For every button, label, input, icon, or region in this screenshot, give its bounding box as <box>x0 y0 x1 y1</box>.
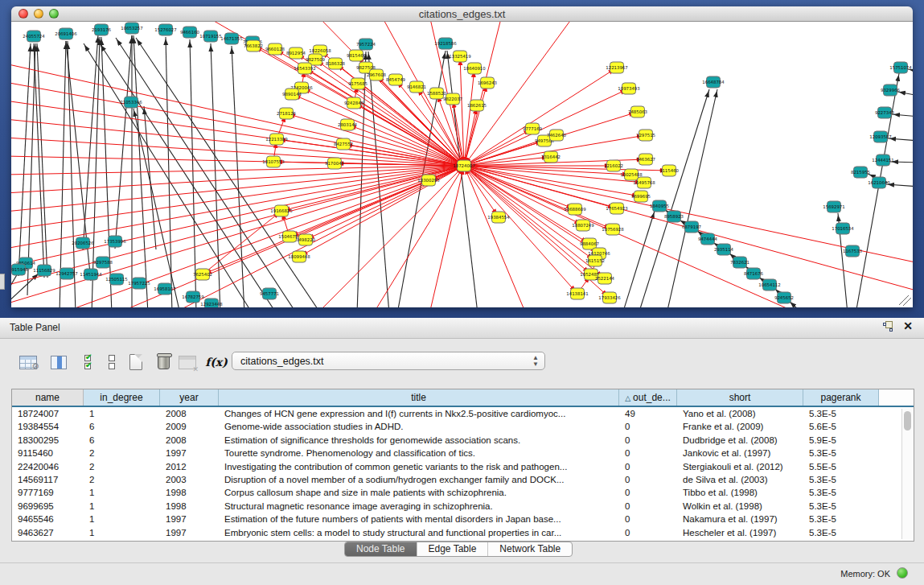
graph-node[interactable] <box>846 245 860 257</box>
table-row[interactable]: 977716911998Corpus callosum shape and si… <box>12 486 914 499</box>
graph-node[interactable] <box>685 221 699 233</box>
canvas-resize-grip[interactable] <box>899 295 911 306</box>
memory-status-indicator[interactable] <box>897 567 908 579</box>
select-columns-button[interactable] <box>47 349 71 375</box>
table-options-button[interactable]: ⚙ <box>16 349 40 375</box>
graph-node[interactable] <box>328 158 342 169</box>
graph-node[interactable] <box>27 31 41 42</box>
float-panel-icon[interactable] <box>883 321 893 332</box>
table-row[interactable]: 946362711997Embryonic stem cells: a mode… <box>12 526 914 539</box>
graph-node[interactable] <box>884 84 897 96</box>
graph-node[interactable] <box>347 97 361 109</box>
graph-node[interactable] <box>470 100 484 111</box>
graph-node[interactable] <box>610 203 624 214</box>
graph-node[interactable] <box>577 220 590 231</box>
graph-node[interactable] <box>298 63 312 74</box>
graph-node[interactable] <box>544 151 558 163</box>
graph-node[interactable] <box>569 204 582 215</box>
column-header-pagerank[interactable]: pagerank <box>803 389 879 406</box>
graph-node[interactable] <box>205 299 219 307</box>
graph-node[interactable] <box>110 274 124 285</box>
graph-node[interactable] <box>606 224 620 235</box>
graph-node[interactable] <box>707 76 721 88</box>
graph-node[interactable] <box>225 33 239 44</box>
graph-node[interactable] <box>526 123 540 134</box>
graph-node[interactable] <box>638 177 651 188</box>
graph-node[interactable] <box>283 231 297 242</box>
scrollbar-thumb[interactable] <box>904 411 911 431</box>
table-scrollbar[interactable] <box>901 409 912 539</box>
panel-divider-handle[interactable] <box>0 274 5 290</box>
graph-node[interactable] <box>280 108 294 119</box>
tab-network-table[interactable]: Network Table <box>488 542 572 556</box>
graph-node[interactable] <box>439 38 453 49</box>
column-header-out_de[interactable]: △out_de... <box>619 389 677 406</box>
graph-node[interactable] <box>267 156 281 167</box>
graph-node[interactable] <box>733 257 747 268</box>
graph-node[interactable] <box>610 62 624 73</box>
graph-node[interactable] <box>585 269 598 280</box>
graph-node[interactable] <box>204 31 218 42</box>
graph-node[interactable] <box>653 200 667 212</box>
graph-node[interactable] <box>639 154 653 165</box>
tab-node-table[interactable]: Node Table <box>345 542 417 556</box>
graph-node[interactable] <box>60 268 74 279</box>
column-header-title[interactable]: title <box>219 389 619 406</box>
graph-node[interactable] <box>622 83 636 94</box>
graph-node[interactable] <box>538 135 552 146</box>
graph-node[interactable] <box>877 154 890 166</box>
graph-node[interactable] <box>359 39 373 50</box>
graph-node[interactable] <box>38 265 51 276</box>
graph-node[interactable] <box>492 212 506 223</box>
graph-node[interactable] <box>422 175 436 186</box>
graph-node[interactable] <box>763 279 777 290</box>
graph-node[interactable] <box>717 244 731 255</box>
graph-node[interactable] <box>269 43 282 55</box>
graph-node[interactable] <box>158 283 172 295</box>
graph-node[interactable] <box>370 69 384 80</box>
close-panel-icon[interactable]: ✕ <box>903 321 913 332</box>
table-row[interactable]: 2242004622012Investigating the contribut… <box>12 460 914 473</box>
graph-node[interactable] <box>84 269 98 280</box>
graph-node[interactable] <box>894 62 908 73</box>
graph-node[interactable] <box>196 269 210 280</box>
table-row[interactable]: 1830029562008Estimation of significance … <box>12 434 914 447</box>
graph-node[interactable] <box>109 236 122 247</box>
graph-node[interactable] <box>663 165 676 176</box>
graph-node[interactable] <box>351 78 365 89</box>
graph-node[interactable] <box>12 264 26 275</box>
graph-node[interactable] <box>454 51 467 62</box>
graph-node[interactable] <box>778 292 791 303</box>
table-selector-combobox[interactable]: citations_edges.txt ▲▼ <box>232 352 545 370</box>
graph-node[interactable] <box>159 24 173 35</box>
tab-edge-table[interactable]: Edge Table <box>417 542 489 556</box>
graph-node[interactable] <box>701 233 715 245</box>
graph-node-hub[interactable] <box>458 160 471 171</box>
graph-node[interactable] <box>827 201 841 212</box>
graph-node[interactable] <box>446 93 460 105</box>
graph-node[interactable] <box>187 291 200 303</box>
graph-node[interactable] <box>125 23 139 34</box>
graph-node[interactable] <box>634 191 648 202</box>
graph-node[interactable] <box>270 134 284 145</box>
graph-node[interactable] <box>60 28 73 39</box>
select-all-button[interactable] <box>76 349 100 375</box>
graph-node[interactable] <box>133 278 146 289</box>
row-height-button[interactable] <box>100 349 124 375</box>
table-row[interactable]: 1872400712008Changes of HCN gene express… <box>12 407 914 420</box>
column-header-name[interactable]: name <box>12 389 84 406</box>
graph-node[interactable] <box>95 24 109 35</box>
graph-node[interactable] <box>571 288 585 299</box>
new-table-button[interactable] <box>124 349 148 375</box>
graph-node[interactable] <box>873 177 886 188</box>
graph-node[interactable] <box>874 131 888 142</box>
table-row[interactable]: 911546021997Tourette syndrome. Phenomeno… <box>12 447 914 459</box>
table-row[interactable]: 946554611997Estimation of the future num… <box>12 513 914 525</box>
graph-node[interactable] <box>430 88 444 99</box>
graph-node[interactable] <box>410 81 424 93</box>
graph-node[interactable] <box>468 63 482 74</box>
column-header-year[interactable]: year <box>160 389 219 406</box>
graph-node[interactable] <box>389 74 403 85</box>
graph-node[interactable] <box>183 27 197 38</box>
graph-node[interactable] <box>293 251 306 262</box>
